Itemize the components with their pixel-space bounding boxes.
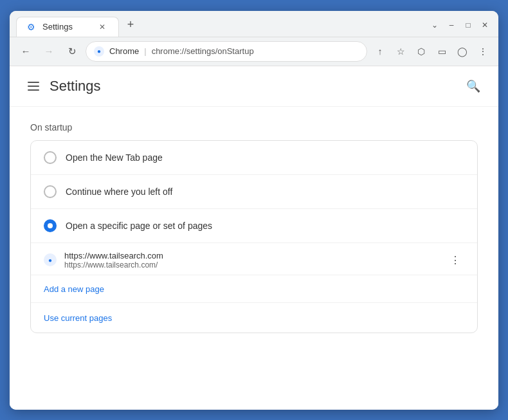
use-current-pages-link[interactable]: Use current pages [44,313,112,323]
navigation-bar: ← → ↻ ● Chrome | chrome://settings/onSta… [10,37,498,66]
tab-title-label: Settings [42,22,91,32]
radio-continue[interactable] [44,185,57,198]
tab-bar: ⚙ Settings ✕ + [16,16,424,37]
title-bar-controls: ⌄ – □ ✕ [428,18,492,32]
menu-icon[interactable]: ⋮ [474,42,492,60]
active-tab[interactable]: ⚙ Settings ✕ [16,17,119,37]
url-entry-row: ● https://www.tailsearch.com https://www… [44,251,464,269]
tab-close-button[interactable]: ✕ [96,21,108,33]
address-favicon-icon: ● [94,46,104,57]
close-button[interactable]: ✕ [478,18,492,32]
back-button[interactable]: ← [16,42,35,61]
nav-icons-group: ↑ ☆ ⬡ ▭ ◯ ⋮ [371,42,492,60]
maximize-button[interactable]: □ [461,18,475,32]
add-page-row: Add a new page [31,275,477,303]
extensions-icon[interactable]: ⬡ [412,42,430,60]
hamburger-line-3 [28,89,39,91]
option-continue-label: Continue where you left off [66,187,172,197]
option-specific-page-row[interactable]: Open a specific page or set of pages [31,209,477,243]
url-entry-section: ● https://www.tailsearch.com https://www… [31,243,477,275]
option-new-tab-row[interactable]: Open the New Tab page [31,141,477,175]
url-primary-text: https://www.tailsearch.com [64,251,439,260]
settings-header: Settings 🔍 [10,66,498,107]
chevron-down-button[interactable]: ⌄ [428,18,442,32]
option-continue-row[interactable]: Continue where you left off [31,175,477,209]
share-icon[interactable]: ↑ [371,42,389,60]
url-text-block: https://www.tailsearch.com https://www.t… [64,251,439,269]
profile-icon[interactable]: ◯ [453,42,471,60]
settings-content: On startup Open the New Tab page Continu… [10,107,498,349]
radio-specific-page[interactable] [44,219,57,232]
address-separator: | [144,46,146,56]
hamburger-line-1 [28,82,39,83]
title-bar: ⚙ Settings ✕ + ⌄ – □ ✕ [10,11,498,37]
hamburger-line-2 [28,86,39,87]
option-new-tab-label: Open the New Tab page [66,152,163,163]
radio-new-tab[interactable] [44,151,57,164]
content-area: ISR.COM Settings 🔍 On startup Open the N… [10,66,498,410]
url-secondary-text: https://www.tailsearch.com/ [64,260,439,269]
section-title: On startup [30,122,478,132]
url-entry-menu-button[interactable]: ⋮ [446,251,464,269]
minimize-button[interactable]: – [444,18,458,32]
sidebar-icon[interactable]: ▭ [433,42,451,60]
settings-page-title: Settings [50,78,456,95]
address-bar[interactable]: ● Chrome | chrome://settings/onStartup [86,41,367,62]
bookmark-icon[interactable]: ☆ [392,42,410,60]
option-specific-page-label: Open a specific page or set of pages [66,221,212,231]
address-url-text: chrome://settings/onStartup [152,46,359,56]
forward-button[interactable]: → [39,42,59,61]
settings-search-icon[interactable]: 🔍 [464,77,483,96]
refresh-button[interactable]: ↻ [62,42,82,61]
url-entry-favicon-icon: ● [44,253,57,266]
startup-options-card: Open the New Tab page Continue where you… [30,140,478,333]
hamburger-menu-button[interactable] [25,79,42,93]
new-tab-button[interactable]: + [122,16,140,34]
address-chrome-label: Chrome [109,46,139,56]
add-page-link[interactable]: Add a new page [44,284,104,294]
browser-window: ⚙ Settings ✕ + ⌄ – □ ✕ ← → ↻ ● Chrome | … [10,11,498,410]
tab-favicon-icon: ⚙ [27,22,37,32]
use-current-row: Use current pages [31,303,477,333]
